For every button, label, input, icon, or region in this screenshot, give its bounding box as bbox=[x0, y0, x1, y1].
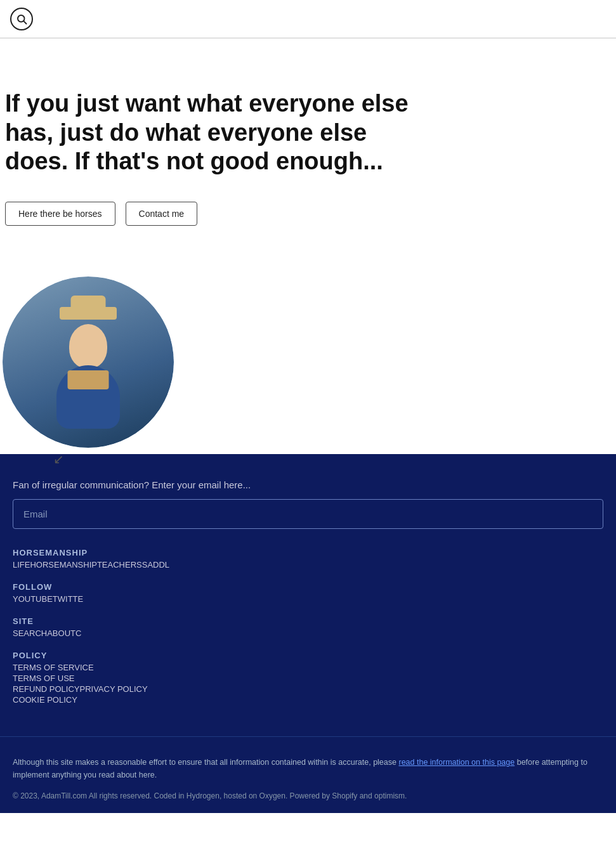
teacherssaddl-link[interactable]: TEACHERSSADDL bbox=[97, 560, 169, 569]
hero-content: If you just want what everyone else has,… bbox=[3, 39, 434, 277]
youtube-twitter-link[interactable]: YOUTUBETWITTE bbox=[13, 594, 83, 604]
scroll-indicator: ↙ bbox=[53, 452, 64, 467]
privacy-policy-link[interactable]: PRIVACY POLICY bbox=[79, 684, 147, 694]
email-promo-text: Fan of irregular communication? Enter yo… bbox=[13, 479, 603, 490]
cookie-policy-link[interactable]: COOKIE POLICY bbox=[13, 695, 603, 705]
footer-columns: HORSEMANSHIP LIFEHORSEMANSHIP TEACHERSSA… bbox=[13, 548, 603, 705]
horsemanship-label: HORSEMANSHIP bbox=[13, 548, 603, 557]
horses-button[interactable]: Here there be horses bbox=[5, 202, 115, 226]
search-about-link[interactable]: SEARCHABOUTC bbox=[13, 628, 81, 638]
email-input-wrapper bbox=[13, 499, 603, 529]
site-section: SITE SEARCHABOUTC bbox=[13, 616, 603, 638]
person-hat bbox=[60, 307, 117, 320]
disclaimer-text: Although this site makes a reasonable ef… bbox=[13, 756, 603, 781]
site-links: SEARCHABOUTC bbox=[13, 628, 603, 638]
refund-policy-link[interactable]: REFUND POLICY bbox=[13, 684, 79, 694]
profile-circle bbox=[3, 277, 174, 448]
lifehorsemanship-link[interactable]: LIFEHORSEMANSHIP bbox=[13, 560, 97, 569]
contact-button[interactable]: Contact me bbox=[126, 202, 198, 226]
hero-section: If you just want what everyone else has,… bbox=[0, 39, 616, 454]
hero-buttons: Here there be horses Contact me bbox=[3, 202, 434, 226]
policy-section: POLICY TERMS OF SERVICE TERMS OF USE REF… bbox=[13, 651, 603, 705]
svg-line-1 bbox=[23, 21, 26, 23]
footer-bottom: Although this site makes a reasonable ef… bbox=[0, 736, 616, 813]
site-header bbox=[0, 0, 616, 38]
policy-label: POLICY bbox=[13, 651, 603, 660]
search-icon bbox=[16, 13, 27, 25]
follow-section: FOLLOW YOUTUBETWITTE bbox=[13, 582, 603, 604]
search-button[interactable] bbox=[10, 8, 33, 30]
disclaimer-link[interactable]: read the information on this page bbox=[398, 758, 514, 767]
hero-headline: If you just want what everyone else has,… bbox=[3, 89, 434, 176]
follow-label: FOLLOW bbox=[13, 582, 603, 592]
terms-service-link[interactable]: TERMS OF SERVICE bbox=[13, 663, 603, 672]
profile-area: ↙ bbox=[3, 277, 180, 454]
site-label: SITE bbox=[13, 616, 603, 626]
profile-person bbox=[3, 277, 174, 448]
horsemanship-section: HORSEMANSHIP LIFEHORSEMANSHIP TEACHERSSA… bbox=[13, 548, 603, 569]
person-scarf bbox=[68, 370, 109, 389]
policy-links: TERMS OF SERVICE TERMS OF USE REFUND POL… bbox=[13, 663, 603, 705]
person-head bbox=[69, 324, 107, 368]
profile-image-wrapper: ↙ bbox=[3, 277, 613, 454]
follow-links: YOUTUBETWITTE bbox=[13, 594, 603, 604]
copyright-text: © 2023, AdamTill.com All rights reserved… bbox=[13, 791, 603, 800]
terms-use-link[interactable]: TERMS OF USE bbox=[13, 674, 603, 683]
email-input[interactable] bbox=[13, 499, 603, 529]
footer-dark: Fan of irregular communication? Enter yo… bbox=[0, 454, 616, 736]
horsemanship-links: LIFEHORSEMANSHIP TEACHERSSADDL bbox=[13, 560, 603, 569]
